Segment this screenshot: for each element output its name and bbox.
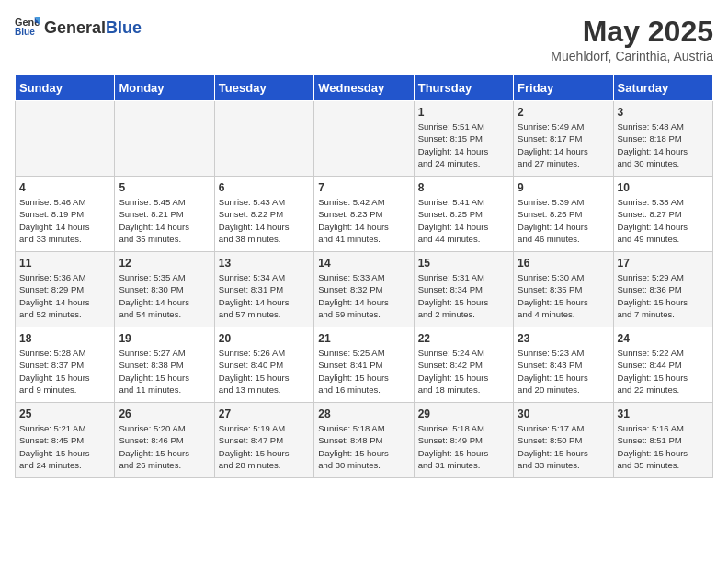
day-cell: 23Sunrise: 5:23 AM Sunset: 8:43 PM Dayli… [514,327,613,403]
day-number: 20 [219,332,310,345]
day-info: Sunrise: 5:46 AM Sunset: 8:19 PM Dayligh… [19,196,110,245]
header-tuesday: Tuesday [214,75,313,101]
day-number: 26 [119,408,210,420]
day-cell [115,101,214,177]
week-row-2: 4Sunrise: 5:46 AM Sunset: 8:19 PM Daylig… [16,177,713,252]
day-info: Sunrise: 5:18 AM Sunset: 8:49 PM Dayligh… [418,422,509,471]
day-info: Sunrise: 5:49 AM Sunset: 8:17 PM Dayligh… [518,121,609,169]
calendar-table: SundayMondayTuesdayWednesdayThursdayFrid… [15,75,713,478]
day-info: Sunrise: 5:21 AM Sunset: 8:45 PM Dayligh… [19,422,110,471]
day-cell: 29Sunrise: 5:18 AM Sunset: 8:49 PM Dayli… [414,403,513,478]
day-info: Sunrise: 5:39 AM Sunset: 8:26 PM Dayligh… [518,196,609,245]
day-info: Sunrise: 5:30 AM Sunset: 8:35 PM Dayligh… [518,271,609,320]
day-cell: 11Sunrise: 5:36 AM Sunset: 8:29 PM Dayli… [16,252,115,327]
location-subtitle: Muehldorf, Carinthia, Austria [551,49,713,63]
day-number: 28 [318,408,409,420]
day-number: 7 [318,181,409,194]
day-info: Sunrise: 5:26 AM Sunset: 8:40 PM Dayligh… [219,347,310,396]
day-cell: 31Sunrise: 5:16 AM Sunset: 8:51 PM Dayli… [613,403,712,478]
svg-text:Blue: Blue [15,27,35,37]
day-info: Sunrise: 5:51 AM Sunset: 8:15 PM Dayligh… [418,121,509,169]
day-cell: 3Sunrise: 5:48 AM Sunset: 8:18 PM Daylig… [613,101,712,177]
day-cell: 18Sunrise: 5:28 AM Sunset: 8:37 PM Dayli… [16,327,115,403]
day-number: 5 [119,181,210,194]
month-title: May 2025 [551,15,713,49]
header-thursday: Thursday [414,75,513,101]
day-number: 27 [219,408,310,420]
day-cell: 21Sunrise: 5:25 AM Sunset: 8:41 PM Dayli… [314,327,414,403]
day-cell: 12Sunrise: 5:35 AM Sunset: 8:30 PM Dayli… [115,252,214,327]
day-info: Sunrise: 5:31 AM Sunset: 8:34 PM Dayligh… [418,271,509,320]
week-row-3: 11Sunrise: 5:36 AM Sunset: 8:29 PM Dayli… [16,252,713,327]
day-cell: 13Sunrise: 5:34 AM Sunset: 8:31 PM Dayli… [214,252,313,327]
day-info: Sunrise: 5:35 AM Sunset: 8:30 PM Dayligh… [119,271,210,320]
day-number: 17 [618,257,709,270]
week-row-4: 18Sunrise: 5:28 AM Sunset: 8:37 PM Dayli… [16,327,713,403]
page-header: General Blue GeneralBlue May 2025 Muehld… [15,15,713,63]
day-cell: 7Sunrise: 5:42 AM Sunset: 8:23 PM Daylig… [314,177,414,252]
day-info: Sunrise: 5:19 AM Sunset: 8:47 PM Dayligh… [219,422,310,471]
day-info: Sunrise: 5:36 AM Sunset: 8:29 PM Dayligh… [19,271,110,320]
day-number: 3 [618,106,709,119]
day-number: 31 [618,408,709,420]
day-cell [16,101,115,177]
day-info: Sunrise: 5:23 AM Sunset: 8:43 PM Dayligh… [518,347,609,396]
day-cell: 25Sunrise: 5:21 AM Sunset: 8:45 PM Dayli… [16,403,115,478]
day-info: Sunrise: 5:29 AM Sunset: 8:36 PM Dayligh… [618,271,709,320]
day-number: 11 [19,257,110,270]
day-info: Sunrise: 5:34 AM Sunset: 8:31 PM Dayligh… [219,271,310,320]
day-cell: 14Sunrise: 5:33 AM Sunset: 8:32 PM Dayli… [314,252,414,327]
day-cell: 30Sunrise: 5:17 AM Sunset: 8:50 PM Dayli… [514,403,613,478]
day-info: Sunrise: 5:42 AM Sunset: 8:23 PM Dayligh… [318,196,409,245]
day-cell: 4Sunrise: 5:46 AM Sunset: 8:19 PM Daylig… [16,177,115,252]
day-number: 22 [418,332,509,345]
day-cell: 5Sunrise: 5:45 AM Sunset: 8:21 PM Daylig… [115,177,214,252]
day-info: Sunrise: 5:33 AM Sunset: 8:32 PM Dayligh… [318,271,409,320]
header-row: SundayMondayTuesdayWednesdayThursdayFrid… [16,75,713,101]
day-number: 12 [119,257,210,270]
day-number: 6 [219,181,310,194]
day-number: 30 [518,408,609,420]
day-number: 16 [518,257,609,270]
header-sunday: Sunday [16,75,115,101]
day-cell: 2Sunrise: 5:49 AM Sunset: 8:17 PM Daylig… [514,101,613,177]
logo-text: GeneralBlue [44,18,142,38]
day-info: Sunrise: 5:22 AM Sunset: 8:44 PM Dayligh… [618,347,709,396]
day-info: Sunrise: 5:24 AM Sunset: 8:42 PM Dayligh… [418,347,509,396]
day-info: Sunrise: 5:17 AM Sunset: 8:50 PM Dayligh… [518,422,609,471]
week-row-1: 1Sunrise: 5:51 AM Sunset: 8:15 PM Daylig… [16,101,713,177]
day-number: 21 [318,332,409,345]
day-cell [214,101,313,177]
day-info: Sunrise: 5:20 AM Sunset: 8:46 PM Dayligh… [119,422,210,471]
day-info: Sunrise: 5:25 AM Sunset: 8:41 PM Dayligh… [318,347,409,396]
header-wednesday: Wednesday [314,75,414,101]
title-block: May 2025 Muehldorf, Carinthia, Austria [551,15,713,63]
day-cell: 27Sunrise: 5:19 AM Sunset: 8:47 PM Dayli… [214,403,313,478]
day-number: 23 [518,332,609,345]
day-cell: 16Sunrise: 5:30 AM Sunset: 8:35 PM Dayli… [514,252,613,327]
day-number: 14 [318,257,409,270]
day-number: 9 [518,181,609,194]
logo: General Blue GeneralBlue [15,15,142,40]
day-cell: 8Sunrise: 5:41 AM Sunset: 8:25 PM Daylig… [414,177,513,252]
header-saturday: Saturday [613,75,712,101]
day-cell: 26Sunrise: 5:20 AM Sunset: 8:46 PM Dayli… [115,403,214,478]
day-cell: 20Sunrise: 5:26 AM Sunset: 8:40 PM Dayli… [214,327,313,403]
day-number: 4 [19,181,110,194]
day-number: 19 [119,332,210,345]
day-info: Sunrise: 5:41 AM Sunset: 8:25 PM Dayligh… [418,196,509,245]
day-number: 13 [219,257,310,270]
header-monday: Monday [115,75,214,101]
week-row-5: 25Sunrise: 5:21 AM Sunset: 8:45 PM Dayli… [16,403,713,478]
day-cell: 19Sunrise: 5:27 AM Sunset: 8:38 PM Dayli… [115,327,214,403]
day-info: Sunrise: 5:16 AM Sunset: 8:51 PM Dayligh… [618,422,709,471]
day-cell [314,101,414,177]
day-info: Sunrise: 5:48 AM Sunset: 8:18 PM Dayligh… [618,121,709,169]
day-info: Sunrise: 5:28 AM Sunset: 8:37 PM Dayligh… [19,347,110,396]
day-cell: 24Sunrise: 5:22 AM Sunset: 8:44 PM Dayli… [613,327,712,403]
day-number: 2 [518,106,609,119]
header-friday: Friday [514,75,613,101]
day-cell: 22Sunrise: 5:24 AM Sunset: 8:42 PM Dayli… [414,327,513,403]
day-cell: 6Sunrise: 5:43 AM Sunset: 8:22 PM Daylig… [214,177,313,252]
day-number: 25 [19,408,110,420]
